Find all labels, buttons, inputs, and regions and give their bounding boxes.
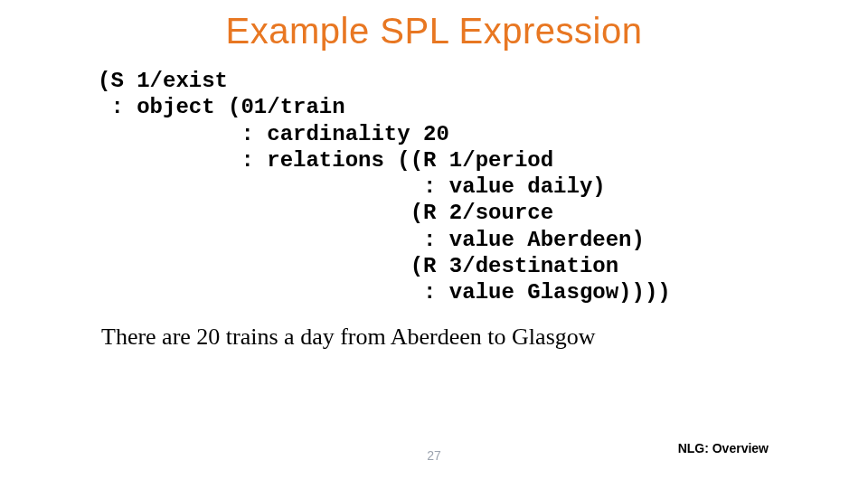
- slide-title: Example SPL Expression: [0, 11, 868, 52]
- code-line: (R 2/source: [98, 201, 553, 225]
- page-number: 27: [427, 448, 441, 463]
- code-line: (S 1/exist: [98, 69, 228, 93]
- code-line: (R 3/destination: [98, 254, 618, 278]
- code-line: : object (01/train: [98, 95, 345, 119]
- slide: Example SPL Expression (S 1/exist : obje…: [0, 0, 868, 488]
- code-line: : value daily): [98, 174, 606, 199]
- example-sentence: There are 20 trains a day from Aberdeen …: [101, 324, 868, 351]
- code-line: : value Glasgow)))): [98, 280, 671, 305]
- spl-code-block: (S 1/exist : object (01/train : cardinal…: [98, 68, 868, 305]
- code-line: : value Aberdeen): [98, 228, 645, 252]
- footer-label: NLG: Overview: [678, 441, 769, 455]
- code-line: : relations ((R 1/period: [98, 148, 553, 173]
- code-line: : cardinality 20: [98, 122, 449, 146]
